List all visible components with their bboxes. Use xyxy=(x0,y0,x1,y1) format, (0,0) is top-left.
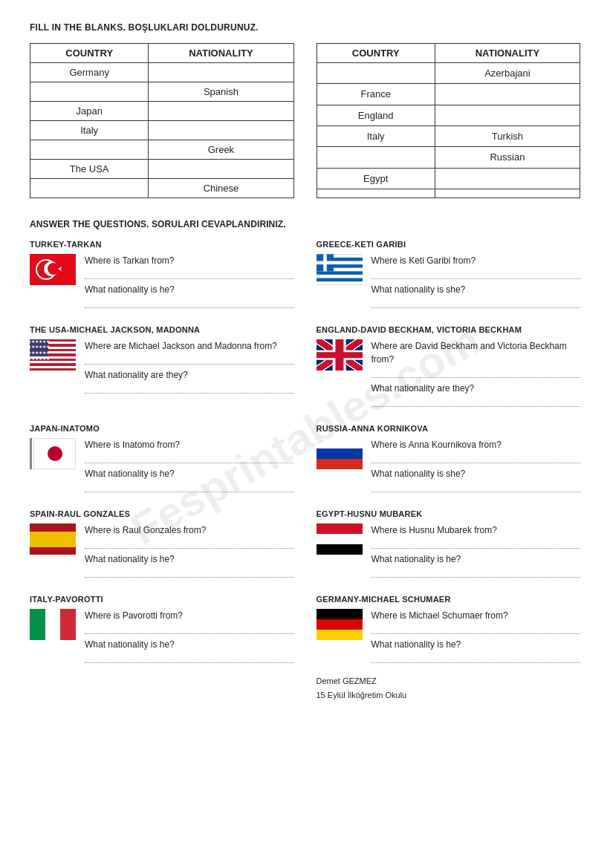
table-cell xyxy=(317,147,435,168)
table-row: Germany xyxy=(30,63,294,82)
table-row: Egypt xyxy=(317,168,580,189)
table-cell xyxy=(30,82,149,102)
answer2-usa[interactable] xyxy=(85,383,294,394)
table-right: COUNTRY NATIONALITY AzerbajaniFranceEngl… xyxy=(317,43,581,198)
question2-italy: What nationality is he? xyxy=(85,638,294,651)
answer1-spain[interactable] xyxy=(85,538,294,549)
answer1-italy[interactable] xyxy=(85,624,294,634)
answer1-egypt[interactable] xyxy=(371,538,581,549)
qa-label-germany: GERMANY-MICHAEL SCHUMAER xyxy=(317,595,581,604)
table-cell: Azerbajani xyxy=(435,63,580,84)
answer2-turkey[interactable] xyxy=(85,298,294,308)
answer1-turkey[interactable] xyxy=(85,269,294,279)
footer-germany: Demet GEZMEZ15 Eylül İlköğretim Okulu xyxy=(317,674,581,702)
qa-block-spain: SPAIN-RAUL GONZALES Where is Raul Gonzal… xyxy=(30,509,294,581)
qa-block-turkey: TURKEY-TARKAN Where is Tarkan from?What … xyxy=(30,240,294,312)
answer1-greece[interactable] xyxy=(371,269,581,279)
qa-content-russia: Where is Anna Kournikova from?What natio… xyxy=(317,438,581,496)
table-cell: Greek xyxy=(149,140,293,160)
svg-rect-11 xyxy=(317,261,334,265)
table-cell xyxy=(435,84,580,105)
table-cell: England xyxy=(317,105,435,125)
question2-england: What nationality are they? xyxy=(371,382,581,395)
table-row: Italy xyxy=(30,121,294,140)
qa-block-usa: THE USA-MICHAEL JACKSON, MADONNA ★★★★★★★… xyxy=(30,325,294,411)
question1-spain: Where is Raul Gonzales from? xyxy=(85,523,294,537)
flag-japan xyxy=(30,438,76,469)
table-cell: Russian xyxy=(435,147,580,168)
table-cell: Turkish xyxy=(435,125,580,146)
qa-block-russia: RUSSIA-ANNA KORNIKOVA Where is Anna Kour… xyxy=(317,424,581,496)
table-cell: Japan xyxy=(30,102,149,121)
table-cell xyxy=(149,160,293,179)
qa-label-usa: THE USA-MICHAEL JACKSON, MADONNA xyxy=(30,325,294,334)
question2-egypt: What nationality is he? xyxy=(371,552,581,566)
answer2-spain[interactable] xyxy=(85,567,294,578)
table-cell: Germany xyxy=(30,63,149,82)
qa-lines-russia: Where is Anna Kournikova from?What natio… xyxy=(371,438,581,496)
answer2-greece[interactable] xyxy=(371,298,581,308)
answer1-usa[interactable] xyxy=(85,354,294,365)
table-cell: Chinese xyxy=(149,179,293,198)
table-cell xyxy=(317,189,435,198)
qa-block-germany: GERMANY-MICHAEL SCHUMAER Where is Michae… xyxy=(317,595,581,702)
qa-label-greece: GREECE-KETI GARIBI xyxy=(317,240,581,249)
table-row: Russian xyxy=(317,147,580,168)
answer1-japan[interactable] xyxy=(85,453,294,463)
flag-egypt xyxy=(317,523,363,555)
qa-content-japan: Where is Inatomo from?What nationality i… xyxy=(30,438,294,496)
answer1-england[interactable] xyxy=(371,368,581,378)
answer2-egypt[interactable] xyxy=(371,567,581,578)
table-row: Azerbajani xyxy=(317,63,580,84)
instruction-qa: ANSWER THE QUESTIONS. SORULARI CEVAPLAND… xyxy=(30,219,580,229)
qa-label-italy: ITALY-PAVOROTTI xyxy=(30,595,294,604)
qa-label-japan: JAPAN-INATOMO xyxy=(30,424,294,433)
flag-england xyxy=(317,339,363,371)
answer2-germany[interactable] xyxy=(371,653,581,663)
question2-germany: What nationality is he? xyxy=(371,638,581,651)
flag-russia xyxy=(317,438,363,469)
flag-greece xyxy=(317,254,363,285)
qa-block-england: ENGLAND-DAVID BECKHAM, VICTORIA BECKHAM … xyxy=(317,325,581,411)
question2-japan: What nationality is he? xyxy=(85,467,294,480)
instruction-fill: FILL IN THE BLANKS. BOŞLUKLARI DOLDURUNU… xyxy=(30,22,580,33)
question1-england: Where are David Beckham and Victoria Bec… xyxy=(371,339,581,366)
qa-lines-egypt: Where is Husnu Mubarek from?What nationa… xyxy=(371,523,581,581)
table-cell: Italy xyxy=(30,121,149,140)
table-row xyxy=(317,189,580,198)
answer2-england[interactable] xyxy=(371,397,581,407)
qa-lines-turkey: Where is Tarkan from?What nationality is… xyxy=(85,254,294,312)
flag-spain xyxy=(30,523,76,555)
answer2-japan[interactable] xyxy=(85,482,294,492)
table-cell: Egypt xyxy=(317,168,435,189)
answer2-russia[interactable] xyxy=(371,482,581,492)
svg-rect-8 xyxy=(317,281,363,285)
table-cell: Spanish xyxy=(149,82,293,102)
qa-block-japan: JAPAN-INATOMO Where is Inatomo from?What… xyxy=(30,424,294,496)
answer2-italy[interactable] xyxy=(85,653,294,663)
answer1-russia[interactable] xyxy=(371,453,581,463)
table-row: Chinese xyxy=(30,179,294,198)
table-row: Spanish xyxy=(30,82,294,102)
tables-section: COUNTRY NATIONALITY GermanySpanishJapanI… xyxy=(30,43,580,198)
qa-lines-japan: Where is Inatomo from?What nationality i… xyxy=(85,438,294,496)
qa-label-egypt: EGYPT-HUSNU MUBAREK xyxy=(317,509,581,518)
qa-content-egypt: Where is Husnu Mubarek from?What nationa… xyxy=(317,523,581,581)
table-cell xyxy=(435,168,580,189)
table-row: France xyxy=(317,84,580,105)
question1-italy: Where is Pavorotti from? xyxy=(85,609,294,622)
qa-lines-usa: Where are Michael Jackson and Madonna fr… xyxy=(85,339,294,397)
col-header-nationality-right: NATIONALITY xyxy=(435,44,580,63)
table-cell xyxy=(30,140,149,160)
flag-usa: ★★★★★★★★★★★★★★★★★★★★★★★★★★★★★★ xyxy=(30,339,76,371)
qa-lines-germany: Where is Michael Schumaer from?What nati… xyxy=(371,609,581,667)
qa-label-turkey: TURKEY-TARKAN xyxy=(30,240,294,249)
answer1-germany[interactable] xyxy=(371,624,581,634)
question1-egypt: Where is Husnu Mubarek from? xyxy=(371,523,581,537)
table-cell xyxy=(435,189,580,198)
qa-lines-spain: Where is Raul Gonzales from?What nationa… xyxy=(85,523,294,581)
qa-block-greece: GREECE-KETI GARIBI Where is Keti Garibi … xyxy=(317,240,581,312)
table-row: ItalyTurkish xyxy=(317,125,580,146)
table-left: COUNTRY NATIONALITY GermanySpanishJapanI… xyxy=(30,43,294,198)
col-header-nationality-left: NATIONALITY xyxy=(149,44,293,63)
